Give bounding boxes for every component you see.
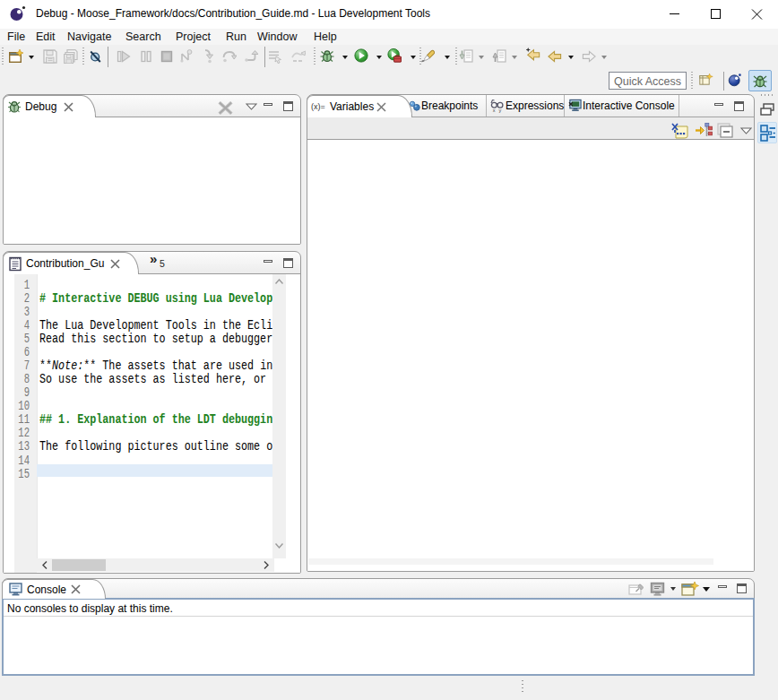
svg-text:y: y: [499, 108, 502, 113]
svg-text:x: x: [493, 108, 496, 113]
